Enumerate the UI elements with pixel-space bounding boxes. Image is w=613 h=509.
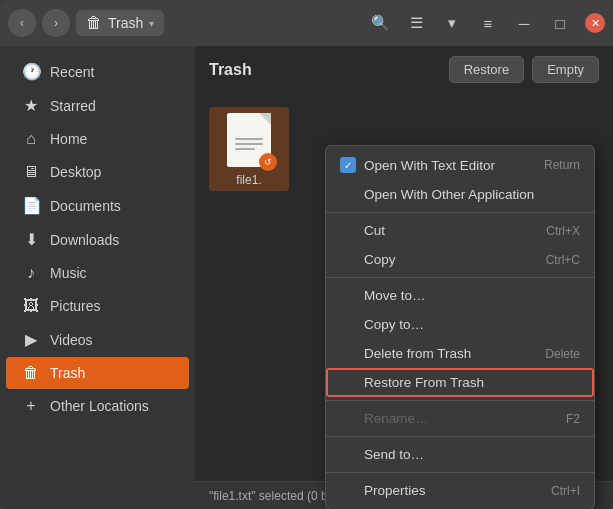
sidebar-item-other-locations[interactable]: + Other Locations [6, 390, 189, 422]
ctx-move-to[interactable]: Move to… [326, 281, 594, 310]
file-label: file1. [236, 173, 261, 187]
ctx-send-to[interactable]: Send to… [326, 440, 594, 469]
sidebar-item-documents[interactable]: 📄 Documents [6, 189, 189, 222]
starred-icon: ★ [22, 96, 40, 115]
hamburger-icon: ≡ [484, 15, 493, 32]
ctx-shortcut: Ctrl+C [546, 253, 580, 267]
sidebar-item-music[interactable]: ♪ Music [6, 257, 189, 289]
file-doc-lines [235, 138, 263, 150]
sidebar-item-downloads[interactable]: ⬇ Downloads [6, 223, 189, 256]
ctx-separator [326, 472, 594, 473]
sidebar-item-trash[interactable]: 🗑 Trash [6, 357, 189, 389]
ctx-separator [326, 400, 594, 401]
sidebar-item-label: Pictures [50, 298, 101, 314]
main-area: 🕐 Recent ★ Starred ⌂ Home 🖥 Desktop 📄 Do… [0, 46, 613, 509]
file-icon-wrap: ↺ [223, 111, 275, 169]
sidebar-item-label: Starred [50, 98, 96, 114]
ctx-item-label: Restore From Trash [364, 375, 484, 390]
ctx-restore-from-trash[interactable]: Restore From Trash [326, 368, 594, 397]
checkmark-icon: ✓ [340, 157, 356, 173]
minimize-icon: ─ [519, 15, 530, 32]
close-button[interactable]: ✕ [585, 13, 605, 33]
location-dropdown-icon: ▾ [149, 18, 154, 29]
ctx-copy[interactable]: Copy Ctrl+C [326, 245, 594, 274]
view-list-button[interactable]: ☰ [401, 8, 431, 38]
location-text: Trash [108, 15, 143, 31]
sidebar-item-label: Home [50, 131, 87, 147]
desktop-icon: 🖥 [22, 163, 40, 181]
ctx-properties[interactable]: Properties Ctrl+I [326, 476, 594, 505]
music-icon: ♪ [22, 264, 40, 282]
location-folder-icon: 🗑 [86, 14, 102, 32]
close-icon: ✕ [591, 17, 600, 30]
trash-icon: 🗑 [22, 364, 40, 382]
ctx-cut[interactable]: Cut Ctrl+X [326, 216, 594, 245]
chevron-down-icon: ▾ [448, 14, 456, 32]
sidebar-item-label: Downloads [50, 232, 119, 248]
ctx-item-label: Copy to… [364, 317, 424, 332]
content-area: Trash Restore Empty ↺ [195, 46, 613, 509]
sidebar-item-label: Documents [50, 198, 121, 214]
home-icon: ⌂ [22, 130, 40, 148]
ctx-open-text-editor[interactable]: ✓ Open With Text Editor Return [326, 150, 594, 180]
sidebar-item-label: Videos [50, 332, 93, 348]
sidebar-item-label: Other Locations [50, 398, 149, 414]
ctx-item-label: Delete from Trash [364, 346, 471, 361]
location-bar[interactable]: 🗑 Trash ▾ [76, 10, 164, 36]
maximize-icon: □ [555, 15, 564, 32]
ctx-rename: Rename… F2 [326, 404, 594, 433]
ctx-open-other-app[interactable]: Open With Other Application [326, 180, 594, 209]
sidebar-item-home[interactable]: ⌂ Home [6, 123, 189, 155]
sidebar-item-starred[interactable]: ★ Starred [6, 89, 189, 122]
ctx-copy-to[interactable]: Copy to… [326, 310, 594, 339]
ctx-item-label: Open With Other Application [364, 187, 534, 202]
sidebar-item-label: Recent [50, 64, 94, 80]
ctx-shortcut: Ctrl+I [551, 484, 580, 498]
ctx-item-label: Cut [364, 223, 385, 238]
search-icon: 🔍 [371, 14, 390, 32]
ctx-item-label: Open With Text Editor [364, 158, 495, 173]
ctx-item-label: Rename… [364, 411, 429, 426]
ctx-shortcut: F2 [566, 412, 580, 426]
search-button[interactable]: 🔍 [365, 8, 395, 38]
sidebar-item-label: Desktop [50, 164, 101, 180]
ctx-separator [326, 277, 594, 278]
file-doc-line [235, 148, 255, 150]
ctx-separator [326, 212, 594, 213]
file-doc-line [235, 138, 263, 140]
back-button[interactable]: ‹ [8, 9, 36, 37]
sidebar-item-label: Music [50, 265, 87, 281]
videos-icon: ▶ [22, 330, 40, 349]
downloads-icon: ⬇ [22, 230, 40, 249]
other-locations-icon: + [22, 397, 40, 415]
file-area[interactable]: ↺ file1. ✓ Open With Text Editor Return [195, 93, 613, 481]
sidebar-item-recent[interactable]: 🕐 Recent [6, 55, 189, 88]
menu-button[interactable]: ≡ [473, 8, 503, 38]
file-manager-window: ‹ › 🗑 Trash ▾ 🔍 ☰ ▾ ≡ ─ □ ✕ [0, 0, 613, 509]
sidebar-item-videos[interactable]: ▶ Videos [6, 323, 189, 356]
maximize-button[interactable]: □ [545, 8, 575, 38]
restore-button[interactable]: Restore [449, 56, 525, 83]
context-menu: ✓ Open With Text Editor Return Open With… [325, 145, 595, 509]
file-item[interactable]: ↺ file1. [209, 107, 289, 191]
file-doc-line [235, 143, 263, 145]
recent-icon: 🕐 [22, 62, 40, 81]
view-options-dropdown[interactable]: ▾ [437, 8, 467, 38]
forward-button[interactable]: › [42, 9, 70, 37]
sidebar-item-desktop[interactable]: 🖥 Desktop [6, 156, 189, 188]
ctx-item-label: Move to… [364, 288, 426, 303]
ctx-separator [326, 436, 594, 437]
sidebar-item-pictures[interactable]: 🖼 Pictures [6, 290, 189, 322]
list-view-icon: ☰ [410, 14, 423, 32]
trash-badge: ↺ [259, 153, 277, 171]
ctx-shortcut: Ctrl+X [546, 224, 580, 238]
ctx-item-label: Properties [364, 483, 426, 498]
titlebar: ‹ › 🗑 Trash ▾ 🔍 ☰ ▾ ≡ ─ □ ✕ [0, 0, 613, 46]
documents-icon: 📄 [22, 196, 40, 215]
minimize-button[interactable]: ─ [509, 8, 539, 38]
ctx-delete-from-trash[interactable]: Delete from Trash Delete [326, 339, 594, 368]
sidebar-item-label: Trash [50, 365, 85, 381]
pictures-icon: 🖼 [22, 297, 40, 315]
ctx-shortcut: Return [544, 158, 580, 172]
empty-button[interactable]: Empty [532, 56, 599, 83]
